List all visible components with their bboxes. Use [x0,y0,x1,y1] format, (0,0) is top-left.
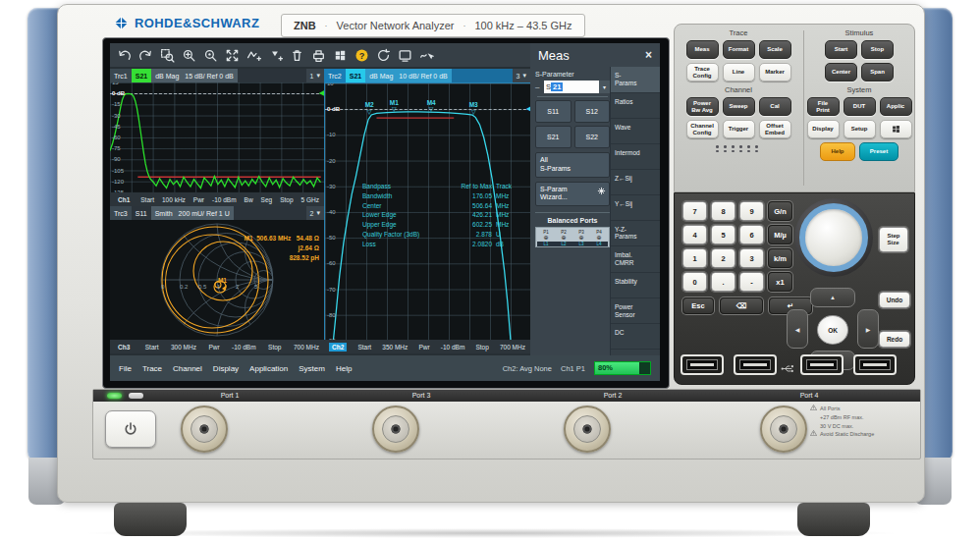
touch-mode-icon[interactable] [417,46,436,65]
meas-tab-y-sij[interactable]: Y←Sij [611,195,660,221]
redo-button[interactable]: Redo [879,331,910,348]
menu-item-help[interactable]: Help [336,364,352,373]
ok-button[interactable]: OK [817,315,848,345]
trace1-plot[interactable]: ◀ 150 dB-15-30-45-60-75-90-105-120-135 [110,82,324,192]
hardkey-offset-embed[interactable]: Offset Embed [759,120,791,138]
meas-tab-s-params[interactable]: S- Params [611,67,660,93]
all-sparams-button[interactable]: All S-Params [535,152,610,178]
hardkey-line[interactable]: Line [723,63,755,81]
key-7[interactable]: 7 [682,201,707,221]
meas-tab-power-sensor[interactable]: Power Sensor [611,298,660,325]
marker-m1[interactable]: M1▽ [390,99,399,112]
power-button[interactable] [105,410,156,448]
windows-icon[interactable] [331,46,350,65]
trace1-name[interactable]: Trc1 [110,69,132,82]
meas-tab-intermod[interactable]: Intermod [611,144,660,170]
help-icon[interactable]: ? [353,46,371,65]
key-k-m[interactable]: k/m [768,248,792,268]
key-9[interactable]: 9 [739,201,764,221]
channel-chip-ch3[interactable]: Ch3 [115,343,133,352]
key-minus[interactable]: - [739,272,764,292]
trace1-sparam-chip[interactable]: S21 [132,69,151,82]
key-2[interactable]: 2 [711,248,735,268]
step-size-button[interactable]: Step Size [879,227,908,252]
trace2-plot[interactable]: ◀ 100 dB-10-20-30-40-50-60-70-80-90 M2▽M… [324,82,532,342]
menu-item-channel[interactable]: Channel [173,364,202,373]
rotary-knob[interactable] [799,203,868,272]
hardkey-format[interactable]: Format [723,40,755,59]
hardkey-applic[interactable]: Applic [880,97,912,116]
trace1-window-select[interactable]: 1▾ [306,69,324,82]
hardkey-power-bw-avg[interactable]: Power Bw Avg [686,97,719,116]
trace3-sparam-chip[interactable]: S11 [132,206,151,220]
hardkey-meas[interactable]: Meas [686,40,719,59]
meas-tab-stability[interactable]: Stability [611,273,660,298]
close-icon[interactable]: × [645,48,652,62]
trace2-name[interactable]: Trc2 [324,69,346,82]
touchscreen[interactable]: ? Trc1 S21 dB Mag15 dB/ Ref 0 dB 1▾ ◀ 15… [110,43,660,381]
add-trace-icon[interactable] [245,46,263,65]
key-g-n[interactable]: G/n [768,201,792,221]
display-select-icon[interactable] [396,46,414,65]
undo-icon[interactable] [115,46,134,65]
hardkey-trace-config[interactable]: Trace Config [686,63,719,81]
sparam-button-s12[interactable]: S12 [574,100,611,123]
marker-m3[interactable]: M3▽ [469,102,478,115]
arrow-left-button[interactable]: ◀ [787,309,808,349]
hardkey-marker[interactable]: Marker [759,63,791,81]
restart-sweep-icon[interactable] [374,46,393,65]
backspace-key[interactable]: ⌫ [720,298,763,314]
hardkey-stop[interactable]: Stop [861,40,894,59]
add-marker-icon[interactable] [266,46,285,65]
trace3-name[interactable]: Trc3 [110,206,132,220]
trace2-header[interactable]: Trc2 S21 dB Mag10 dB/ Ref 0 dB 3▾ [324,69,530,82]
chevron-down-icon[interactable]: ▾ [599,81,610,93]
preset-button[interactable]: Preset [859,142,898,161]
trace2-window-select[interactable]: 3▾ [513,69,530,82]
hardkey-sweep[interactable]: Sweep [723,97,755,116]
sparam-button-s21[interactable]: S21 [535,126,572,148]
zoom-select-icon[interactable] [158,46,177,65]
menu-item-display[interactable]: Display [213,364,239,373]
key-1[interactable]: 1 [682,248,707,268]
zoom-reset-icon[interactable] [201,46,220,65]
trace3-header[interactable]: Trc3 S11 Smith200 mU/ Ref 1 U 2▾ [110,206,324,220]
help-button[interactable]: Help [820,142,855,161]
meas-tab-dc[interactable]: DC [611,324,660,350]
hardkey-scale[interactable]: Scale [759,40,791,59]
menu-item-application[interactable]: Application [249,364,288,373]
marker-m2[interactable]: M2▽ [365,102,374,115]
meas-tab-imbal-cmrr[interactable]: Imbal. CMRR [611,246,660,273]
trace3-format[interactable]: Smith200 mU/ Ref 1 U [151,206,234,220]
trace2-sparam-chip[interactable]: S21 [346,69,365,82]
hardkey-channel-config[interactable]: Channel Config [686,120,719,138]
sparam-button-s11[interactable]: S11 [535,100,572,123]
key-6[interactable]: 6 [739,225,764,244]
key-dot[interactable]: . [711,272,735,292]
hardkey-span[interactable]: Span [861,63,894,81]
meas-tab-y-z-params[interactable]: Y-Z- Params [611,221,660,247]
trace1-header[interactable]: Trc1 S21 dB Mag15 dB/ Ref 0 dB 1▾ [110,69,324,82]
hardkey-start[interactable]: Start [825,40,857,59]
hardkey-display[interactable]: Display [807,120,840,138]
hardkey-dut[interactable]: DUT [844,97,876,116]
escape-key[interactable]: Esc [682,298,714,314]
hardkey-center[interactable]: Center [825,63,857,81]
s-parameter-dropdown[interactable]: – S21 ▾ [535,80,610,93]
key-3[interactable]: 3 [739,248,764,268]
meas-tab-z-sij[interactable]: Z←Sij [611,170,660,195]
trace2-format[interactable]: dB Mag10 dB/ Ref 0 dB [365,69,452,82]
smith-marker-m1-label[interactable]: M1 [218,277,227,284]
meas-tab-ratios[interactable]: Ratios [611,93,660,119]
hardkey-cal[interactable]: Cal [759,97,791,116]
menu-item-system[interactable]: System [299,364,325,373]
overview-icon[interactable] [223,46,242,65]
trace3-window-select[interactable]: 2▾ [306,206,324,220]
key-m[interactable]: M/µ [768,225,792,244]
channel-chip-ch1[interactable]: Ch1 [115,195,133,204]
sparam-button-s22[interactable]: S22 [574,126,611,148]
balanced-ports-widget[interactable]: P1P2P3P4⊕⊕⊕⊕L1L2L3L4 [535,227,610,247]
key-5[interactable]: 5 [711,225,735,244]
hardkey-trigger[interactable]: Trigger [723,120,755,138]
undo-button[interactable]: Undo [879,292,910,308]
